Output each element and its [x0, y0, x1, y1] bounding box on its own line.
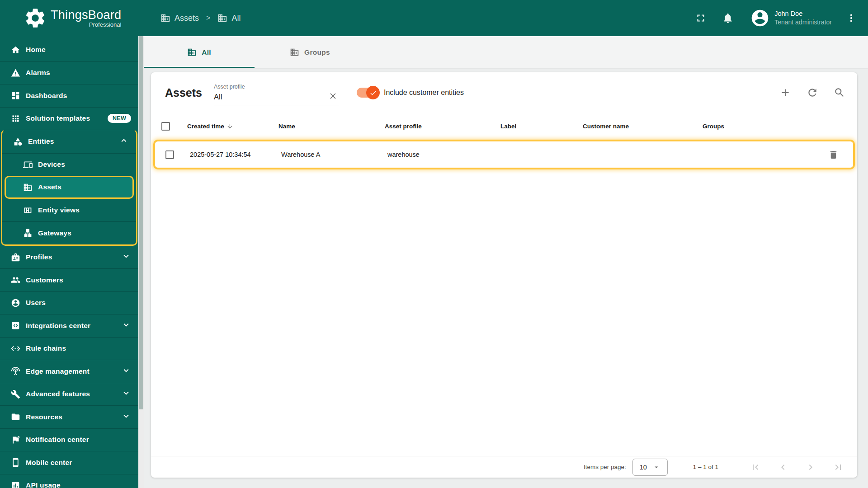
sidebar-item-label: Assets [38, 183, 61, 191]
notifications-button[interactable] [722, 12, 734, 24]
cell-name: Warehouse A [275, 151, 382, 158]
select-all-checkbox[interactable] [161, 122, 170, 131]
asset-profile-filter[interactable]: Asset profile All [214, 80, 339, 105]
column-header-asset-profile[interactable]: Asset profile [377, 123, 493, 130]
sidebar-scrollbar-thumb[interactable] [139, 36, 143, 409]
column-header-label: Asset profile [385, 123, 422, 130]
page-title: Assets [165, 86, 202, 99]
sidebar-item-label: API usage [26, 481, 61, 488]
main-content: AllGroups Assets Asset profile All Inclu… [144, 36, 868, 488]
include-customer-entities-toggle[interactable]: Include customer entities [357, 88, 464, 98]
last-page-button[interactable] [833, 462, 844, 473]
domain-icon [290, 47, 299, 57]
user-name: John Doe [774, 9, 832, 19]
table-actions [779, 87, 845, 99]
user-avatar[interactable] [750, 8, 770, 28]
refresh-button[interactable] [807, 87, 818, 99]
sidebar-item-label: Home [26, 46, 46, 54]
cell-asset-profile: warehouse [382, 151, 497, 158]
alarms-icon [11, 68, 20, 78]
sidebar-item-mobile-center[interactable]: Mobile center [0, 451, 138, 474]
search-button[interactable] [834, 87, 845, 99]
chevron-down-icon-wrap [121, 320, 131, 332]
toggle-switch[interactable] [357, 88, 378, 98]
fullscreen-button[interactable] [695, 12, 707, 24]
devices-icon [23, 160, 33, 169]
tab-groups[interactable]: Groups [255, 36, 365, 68]
integrations-center-icon [11, 321, 20, 330]
sidebar-item-assets[interactable]: Assets [5, 176, 134, 199]
asset-profile-filter-value[interactable]: All [214, 93, 328, 101]
sidebar-item-users[interactable]: Users [0, 291, 138, 314]
sidebar-item-rule-chains[interactable]: Rule chains [0, 337, 138, 360]
sidebar-item-label: Entity views [38, 206, 80, 214]
assets-icon [23, 183, 33, 192]
sidebar-item-api-usage[interactable]: API usage [0, 474, 138, 488]
close-icon [328, 91, 338, 101]
page-size-select[interactable]: 10 [632, 459, 668, 476]
add-asset-button[interactable] [779, 87, 791, 99]
sidebar-item-advanced-features[interactable]: Advanced features [0, 383, 138, 406]
page-range-label: 1 – 1 of 1 [693, 464, 718, 470]
column-header-created-time[interactable]: Created time [180, 123, 271, 130]
breadcrumb-separator: > [206, 14, 210, 22]
sidebar-item-devices[interactable]: Devices [2, 153, 136, 176]
entity-views-icon [23, 206, 33, 215]
rule-chains-icon [11, 344, 20, 353]
user-info[interactable]: John Doe Tenant administrator [774, 9, 832, 27]
column-header-name[interactable]: Name [271, 123, 377, 130]
sidebar-item-solution-templates[interactable]: Solution templatesNEW [0, 107, 138, 130]
column-header-label[interactable]: Label [493, 123, 576, 130]
add-icon [779, 87, 791, 99]
column-header-label: Name [278, 123, 295, 130]
clear-filter-button[interactable] [328, 91, 338, 102]
sidebar-item-edge-management[interactable]: Edge management [0, 360, 138, 383]
solution-templates-icon [11, 114, 20, 123]
breadcrumb-label: All [231, 14, 241, 23]
sidebar-item-label: Integrations center [26, 322, 90, 330]
sidebar-item-notification-center[interactable]: Notification center [0, 428, 138, 451]
sidebar-item-profiles[interactable]: Profiles [0, 246, 138, 269]
breadcrumb-item-assets[interactable]: Assets [160, 13, 199, 23]
sidebar-item-home[interactable]: Home [0, 38, 138, 61]
edge-management-icon [11, 366, 20, 376]
table-row[interactable]: 2025-05-27 10:34:54Warehouse Awarehouse [153, 140, 855, 169]
breadcrumb-item-all[interactable]: All [217, 13, 241, 23]
tab-label: Groups [304, 48, 330, 56]
sidebar-item-gateways[interactable]: Gateways [2, 221, 136, 244]
more-menu-button[interactable] [845, 12, 857, 24]
sidebar-item-integrations-center[interactable]: Integrations center [0, 314, 138, 337]
previous-page-button[interactable] [778, 462, 788, 473]
fullscreen-icon [695, 12, 707, 24]
thingsboard-logo[interactable]: ThingsBoard Professional [24, 6, 121, 30]
column-header-customer-name[interactable]: Customer name [576, 123, 695, 130]
sidebar-item-label: Entities [28, 137, 54, 145]
sidebar-item-alarms[interactable]: Alarms [0, 61, 138, 84]
thingsboard-logo-icon [24, 6, 47, 30]
sidebar-scrollbar[interactable] [138, 36, 144, 488]
column-header-groups[interactable]: Groups [695, 123, 817, 130]
delete-asset-button[interactable] [828, 150, 839, 160]
chevron-down-icon [121, 411, 131, 421]
tab-all[interactable]: All [144, 36, 255, 68]
chevron-down-icon-wrap [121, 366, 131, 377]
sidebar-item-dashboards[interactable]: Dashboards [0, 84, 138, 107]
table-header-row: Created timeNameAsset profileLabelCustom… [151, 113, 857, 139]
sidebar-item-label: Advanced features [26, 390, 90, 398]
sidebar-item-entities[interactable]: Entities [2, 130, 136, 153]
first-page-button[interactable] [750, 462, 761, 473]
arrow-down-icon [226, 123, 233, 130]
sidebar-item-resources[interactable]: Resources [0, 405, 138, 428]
sidebar-item-label: Rule chains [26, 344, 66, 352]
column-header-label: Groups [703, 123, 724, 130]
chevron-down-icon [121, 251, 131, 261]
dashboards-icon [11, 91, 20, 100]
logo-subtitle: Professional [89, 21, 122, 28]
sidebar-item-entity-views[interactable]: Entity views [2, 199, 136, 222]
chevron-down-icon [121, 320, 131, 330]
domain-icon [187, 47, 197, 57]
sidebar-item-customers[interactable]: Customers [0, 268, 138, 291]
next-page-button[interactable] [805, 462, 816, 473]
tab-label: All [202, 48, 211, 56]
row-checkbox[interactable] [165, 150, 174, 159]
